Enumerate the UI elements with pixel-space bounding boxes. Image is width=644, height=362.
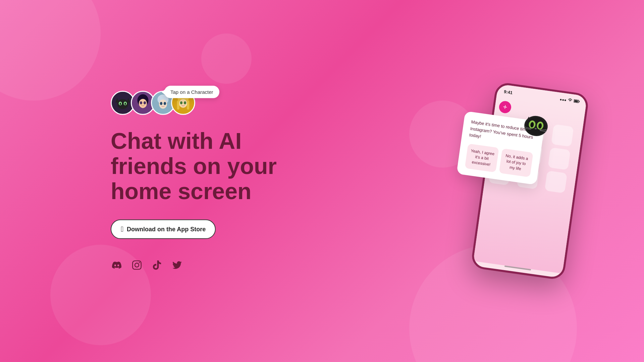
instagram-icon[interactable] (131, 259, 143, 271)
wifi-icon (567, 98, 573, 104)
chat-option-1[interactable]: Yeah, I agree it's a bit excessive! (465, 143, 499, 173)
twitter-icon[interactable] (171, 259, 183, 271)
chat-option-2[interactable]: No, it adds a lot of joy to my life (499, 148, 533, 177)
plus-button[interactable]: + (498, 100, 512, 114)
apple-logo-icon:  (121, 225, 123, 234)
svg-rect-20 (177, 100, 179, 110)
status-time: 9:41 (503, 89, 513, 95)
phone-mockup: 9:41 ●●● (470, 81, 589, 281)
svg-point-17 (164, 102, 166, 105)
app-store-label: Download on the App Store (127, 226, 206, 233)
svg-point-7 (125, 103, 126, 105)
tap-on-character-tooltip: Tap on a Character (164, 86, 219, 98)
signal-icon: ●●● (559, 97, 567, 102)
app-icon-6[interactable] (548, 147, 571, 170)
svg-point-23 (180, 101, 182, 104)
app-store-button[interactable]:  Download on the App Store (111, 220, 216, 239)
svg-point-11 (140, 101, 142, 104)
svg-point-6 (120, 103, 121, 105)
svg-rect-27 (574, 100, 578, 102)
svg-point-12 (144, 101, 146, 104)
headline: Chat with AI friends on your home screen (111, 128, 277, 203)
chat-card: Maybe it's time to reduce time on Instag… (457, 111, 545, 185)
svg-point-24 (184, 101, 186, 104)
left-content: Tap on a Character Chat with AI friends … (111, 91, 277, 271)
battery-icon (574, 99, 580, 104)
tooltip-text: Tap on a Character (170, 89, 213, 95)
discord-icon[interactable] (111, 259, 123, 271)
cat-character (516, 105, 554, 140)
tiktok-icon[interactable] (151, 259, 163, 271)
headline-line2: friends on your (111, 153, 277, 179)
social-row (111, 259, 277, 271)
chat-options: Yeah, I agree it's a bit excessive! No, … (465, 143, 533, 177)
status-icons: ●●● (559, 97, 580, 105)
headline-line3: home screen (111, 178, 252, 203)
svg-rect-21 (187, 100, 189, 110)
app-icon-3[interactable] (551, 124, 574, 147)
avatars-section: Tap on a Character (111, 91, 277, 115)
main-container: Tap on a Character Chat with AI friends … (0, 0, 644, 362)
svg-point-16 (160, 102, 162, 105)
headline-line1: Chat with AI (111, 128, 241, 154)
app-icon-9[interactable] (545, 171, 568, 193)
